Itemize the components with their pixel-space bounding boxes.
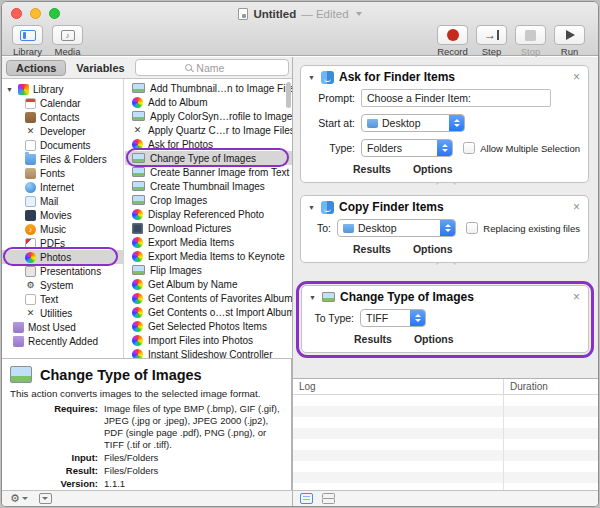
action-row[interactable]: Download Pictures (125, 221, 292, 235)
disclosure-open-icon[interactable]: ▼ (308, 204, 316, 211)
sidebar-item-label: Calendar (40, 98, 81, 109)
run-button[interactable]: Run (551, 25, 588, 57)
action-row[interactable]: Create Banner Image from Text (125, 165, 292, 179)
sidebar-item-fonts[interactable]: Fonts (2, 166, 123, 180)
checkbox[interactable] (466, 222, 478, 234)
workflow-connector (293, 263, 598, 275)
log-view-button[interactable] (300, 493, 313, 504)
dropdown-select[interactable]: Folders (361, 139, 453, 157)
search-field[interactable] (135, 59, 289, 76)
action-row[interactable]: Flip Images (125, 263, 292, 277)
disclosure-open-icon[interactable]: ▼ (309, 294, 317, 301)
tab-actions[interactable]: Actions (6, 60, 66, 76)
action-header[interactable]: ▼Copy Finder Items× (301, 196, 588, 215)
options-button[interactable]: Options (413, 163, 453, 175)
scrollbar-thumb[interactable] (286, 82, 291, 108)
checkbox[interactable] (463, 142, 475, 154)
dropdown-select[interactable]: Desktop (337, 219, 456, 237)
sidebar-item-system[interactable]: ⚙System (2, 278, 123, 292)
action-row[interactable]: Get Contents of Favorites Album (125, 291, 292, 305)
results-button[interactable]: Results (353, 163, 391, 175)
action-field-row: Prompt:Choose a Finder Item: (301, 85, 588, 110)
close-icon[interactable]: × (573, 291, 580, 303)
document-proxy-icon[interactable] (238, 8, 248, 20)
sidebar-item-presentations[interactable]: Presentations (2, 264, 123, 278)
panel-toggle-button[interactable] (39, 493, 52, 504)
search-input[interactable] (196, 62, 238, 74)
disclosure-open-icon[interactable]: ▼ (6, 86, 14, 93)
close-icon[interactable]: × (573, 71, 580, 83)
options-button[interactable]: Options (414, 333, 454, 345)
media-button[interactable]: ♪ Media (49, 25, 86, 57)
action-row[interactable]: Ask for Photos (125, 137, 292, 151)
action-row[interactable]: ✕Apply Quartz C…r to Image Files (125, 123, 292, 137)
workflow-canvas[interactable]: ▼Ask for Finder Items×Prompt:Choose a Fi… (292, 57, 598, 378)
action-header[interactable]: ▼Change Type of Images× (302, 286, 588, 305)
titlebar[interactable]: Untitled — Edited (2, 2, 598, 23)
dropdown-stepper-icon (449, 115, 464, 131)
workflow-action-copy-finder-items: ▼Copy Finder Items×To:DesktopReplacing e… (300, 195, 589, 263)
library-button[interactable]: Library (9, 25, 46, 57)
action-row[interactable]: Add to Album (125, 95, 292, 109)
action-row[interactable]: Get Album by Name (125, 277, 292, 291)
action-row[interactable]: Export Media Items (125, 235, 292, 249)
record-button[interactable]: Record (434, 25, 471, 57)
sidebar-item-library[interactable]: ▼Library (2, 82, 123, 96)
action-row[interactable]: Instant Slideshow Controller (125, 347, 292, 358)
action-header[interactable]: ▼Ask for Finder Items× (301, 66, 588, 85)
sidebar-item-pdfs[interactable]: PDFs (2, 236, 123, 250)
title-chevron-icon[interactable] (356, 12, 362, 16)
close-icon[interactable]: × (573, 201, 580, 213)
action-row[interactable]: Crop Images (125, 193, 292, 207)
sidebar-item-mail[interactable]: Mail (2, 194, 123, 208)
sidebar-item-music[interactable]: ♪Music (2, 222, 123, 236)
sidebar-item-developer[interactable]: ✕Developer (2, 124, 123, 138)
description-row-label: Result: (10, 465, 98, 477)
sidebar-item-most-used[interactable]: Most Used (2, 320, 123, 334)
action-footer: ResultsOptions (301, 240, 588, 262)
variables-view-button[interactable] (322, 493, 335, 504)
sidebar-item-photos[interactable]: Photos (2, 250, 123, 264)
text-field[interactable]: Choose a Finder Item: (361, 89, 551, 107)
action-row[interactable]: Create Thumbnail Images (125, 179, 292, 193)
chevron-down-icon (22, 497, 28, 500)
image-icon (132, 83, 145, 93)
close-window-button[interactable] (11, 8, 22, 19)
results-button[interactable]: Results (353, 243, 391, 255)
action-row[interactable]: Get Selected Photos Items (125, 319, 292, 333)
duration-column-header[interactable]: Duration (503, 379, 598, 394)
action-row[interactable]: Apply ColorSyn…rofile to Images (125, 109, 292, 123)
action-row[interactable]: Display Referenced Photo (125, 207, 292, 221)
sidebar-item-internet[interactable]: Internet (2, 180, 123, 194)
sidebar-item-utilities[interactable]: ✕Utilities (2, 306, 123, 320)
results-button[interactable]: Results (354, 333, 392, 345)
gear-menu-button[interactable]: ⚙ (10, 493, 28, 504)
zoom-window-button[interactable] (49, 8, 60, 19)
sidebar-item-movies[interactable]: Movies (2, 208, 123, 222)
sidebar-item-contacts[interactable]: Contacts (2, 110, 123, 124)
action-row[interactable]: Import Files into Photos (125, 333, 292, 347)
sidebar-item-text[interactable]: Text (2, 292, 123, 306)
presentations-icon (25, 266, 36, 277)
tab-variables[interactable]: Variables (69, 61, 131, 75)
action-row-label: Add to Album (148, 97, 207, 108)
action-row[interactable]: Change Type of Images (125, 151, 292, 165)
action-row-label: Instant Slideshow Controller (148, 349, 273, 359)
log-column-header[interactable]: Log (293, 379, 503, 394)
minimize-window-button[interactable] (30, 8, 41, 19)
step-button[interactable]: → Step (473, 25, 510, 57)
sidebar-item-calendar[interactable]: Calendar (2, 96, 123, 110)
music-icon: ♪ (25, 224, 36, 235)
stop-icon (525, 30, 536, 41)
options-button[interactable]: Options (413, 243, 453, 255)
action-row[interactable]: Get Contents o…st Import Album (125, 305, 292, 319)
disclosure-open-icon[interactable]: ▼ (308, 74, 316, 81)
dropdown-select[interactable]: TIFF (360, 309, 426, 327)
dropdown-select[interactable]: Desktop (361, 114, 465, 132)
sidebar-item-files-folders[interactable]: Files & Folders (2, 152, 123, 166)
action-row[interactable]: Export Media Items to Keynote (125, 249, 292, 263)
sidebar-item-documents[interactable]: Documents (2, 138, 123, 152)
action-row[interactable]: Add Thumbnail…n to Image Files (125, 81, 292, 95)
sidebar-item-recently-added[interactable]: Recently Added (2, 334, 123, 348)
checkbox-label: Replacing existing files (483, 223, 580, 234)
